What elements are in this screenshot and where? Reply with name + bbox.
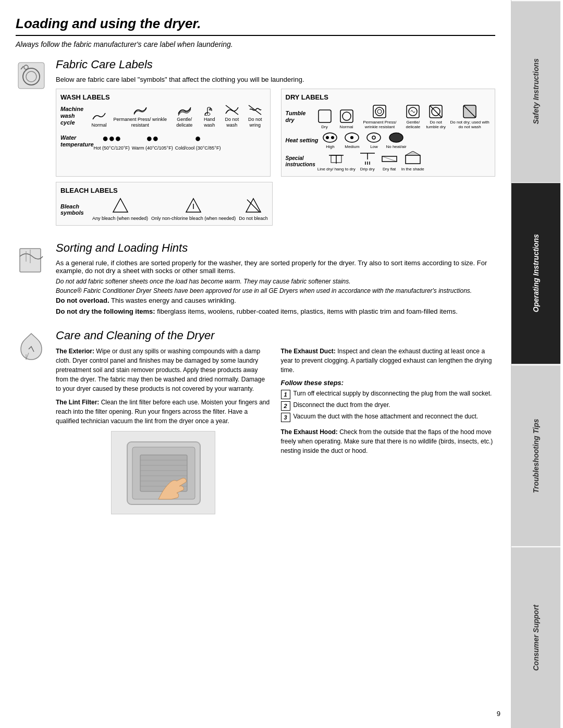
care-exterior: The Exterior: Wipe or dust any spills or…: [56, 347, 271, 393]
tumble-dry-row: Tumble dry Dry Normal: [286, 104, 491, 130]
step-3: 3 Vacuum the duct with the hose attachme…: [281, 413, 496, 422]
heat-none: No heat/air: [386, 132, 406, 150]
fabric-care-body: Fabric Care Labels Below are fabric care…: [56, 58, 495, 231]
svg-rect-39: [406, 155, 420, 164]
sorting-note2: Bounce® Fabric Conditioner Dryer Sheets …: [56, 287, 495, 294]
sorting-section: Sorting and Loading Hints As a general r…: [16, 241, 495, 318]
sidebar-tab-consumer-label: Consumer Support: [532, 604, 540, 671]
wash-normal: Normal: [89, 110, 109, 128]
tumble-dry-label: Tumble dry: [286, 110, 313, 124]
svg-point-10: [342, 112, 351, 120]
sorting-para1: As a general rule, if clothes are sorted…: [56, 259, 495, 275]
svg-marker-41: [113, 199, 128, 212]
wash-cycle-symbols: Normal Permanent Press/ wrinkle resistan…: [89, 104, 266, 128]
svg-point-21: [323, 133, 337, 142]
care-lint: The Lint Filter: Clean the lint filter b…: [56, 398, 271, 426]
care-body: Care and Cleaning of the Dryer The Exter…: [56, 329, 495, 514]
sorting-note4-bold: Do not dry the following items:: [56, 307, 155, 315]
follow-steps: Follow these steps:: [281, 379, 496, 387]
wash-do-not-wring: Do not wring: [244, 104, 266, 128]
tumble-perm-press: Permanent Press/ wrinkle resistant: [359, 104, 401, 130]
temp-cold: ● Cold/cool (30°C/85°F): [175, 132, 221, 151]
sorting-note1: Do not add fabric softener sheets once t…: [56, 278, 495, 285]
wash-labels-title: WASH LABELS: [60, 93, 266, 101]
sidebar-tab-safety-label: Safety Instructions: [532, 59, 540, 125]
temp-hot: ●●● Hot (50°C/120°F): [94, 132, 130, 151]
bleach-any: Any bleach (when needed): [92, 198, 148, 221]
dryer-image: [111, 431, 215, 514]
sidebar-tab-consumer[interactable]: Consumer Support: [511, 546, 560, 728]
wash-do-not: Do not wash: [222, 104, 242, 128]
svg-line-45: [247, 200, 260, 212]
step-1: 1 Turn off electrical supply by disconne…: [281, 390, 496, 399]
step-1-num: 1: [281, 390, 290, 399]
bleach-do-not: Do not bleach: [239, 198, 268, 221]
special-symbols: Line dry/ hang to dry Drip dry Dry flat: [317, 151, 424, 172]
page-title: Loading and using the dryer.: [16, 16, 495, 36]
heat-setting-row: Heat setting High Medium: [286, 132, 491, 150]
fabric-care-section: Fabric Care Labels Below are fabric care…: [16, 58, 495, 231]
care-hood: The Exhaust Hood: Check from the outside…: [281, 427, 496, 455]
bleach-labels-group: BLEACH LABELS Bleachsymbols Any bleach (…: [56, 182, 273, 226]
svg-line-7: [249, 105, 261, 115]
lint-bold: The Lint Filter:: [56, 399, 99, 406]
sorting-note3-rest: This wastes energy and causes wrinkling.: [109, 297, 236, 304]
svg-point-27: [372, 136, 375, 139]
bleach-symbols-label: Bleachsymbols: [60, 203, 89, 216]
dry-labels-group: DRY LABELS Tumble dry Dry Normal: [281, 89, 496, 177]
tumble-dry-symbols: Dry Normal Permanent Press/ wrinkle resi…: [315, 104, 491, 130]
step-3-text: Vacuum the duct with the hose attachment…: [293, 413, 479, 420]
page-number: 9: [497, 710, 500, 718]
sorting-note4: Do not dry the following items: fibergla…: [56, 307, 495, 315]
dry-flat: Dry flat: [380, 151, 399, 172]
drip-dry: Drip dry: [358, 151, 377, 172]
care-icon: [16, 331, 50, 364]
main-content: Loading and using the dryer. Always foll…: [0, 0, 511, 728]
bleach-non-chlorine: Only non-chlorine bleach (when needed): [151, 198, 236, 221]
wash-cycle-row: Machinewashcycle Normal Permanent Press/…: [60, 104, 266, 128]
svg-line-38: [382, 156, 397, 162]
sidebar-tab-troubleshooting-label: Troubleshooting Tips: [532, 418, 540, 493]
sidebar-tab-operating[interactable]: Operating Instructions: [511, 182, 560, 364]
wash-hand: Hand wash: [200, 104, 219, 128]
step-2-text: Disconnect the duct from the dryer.: [293, 401, 390, 409]
tumble-do-not: Do not tumble dry: [425, 104, 447, 130]
svg-rect-8: [319, 110, 331, 122]
sidebar: Safety Instructions Operating Instructio…: [511, 0, 560, 728]
sidebar-tab-safety[interactable]: Safety Instructions: [511, 0, 560, 182]
sorting-note4-rest: fiberglass items, woolens, rubber-coated…: [155, 307, 458, 315]
hood-bold: The Exhaust Hood:: [281, 428, 338, 436]
wash-gentle: Gentle/ delicate: [172, 104, 198, 128]
exhaust-bold: The Exhaust Duct:: [281, 348, 336, 355]
tumble-do-not-wash: Do not dry; used with do not wash: [449, 104, 491, 130]
heat-symbols: High Medium Low: [320, 132, 406, 150]
sorting-title: Sorting and Loading Hints: [56, 241, 495, 255]
svg-point-26: [367, 133, 381, 142]
care-left-col: The Exterior: Wipe or dust any spills or…: [56, 347, 271, 514]
fabric-care-title: Fabric Care Labels: [56, 58, 495, 71]
special-instructions-row: Specialinstructions Line dry/ hang to dr…: [286, 151, 491, 172]
labels-area: WASH LABELS Machinewashcycle Normal Perm…: [56, 89, 495, 177]
fabric-care-icon: [16, 60, 50, 93]
dry-labels-title: DRY LABELS: [286, 93, 491, 101]
sorting-body: Sorting and Loading Hints As a general r…: [56, 241, 495, 318]
step-3-num: 3: [281, 413, 290, 422]
tumble-normal: Normal: [337, 109, 357, 130]
in-the-shade: In the shade: [401, 151, 424, 172]
care-section: Care and Cleaning of the Dryer The Exter…: [16, 329, 495, 514]
step-1-text: Turn off electrical supply by disconnect…: [293, 390, 492, 397]
tumble-gentle: Gentle/ delicate: [403, 104, 423, 130]
wash-temp-row: Watertemperature ●●● Hot (50°C/120°F) ●●…: [60, 132, 266, 151]
heat-low: Low: [364, 132, 384, 150]
heat-medium: Medium: [342, 132, 362, 150]
sorting-note3-bold: Do not overload.: [56, 297, 109, 304]
sorting-note3: Do not overload. This wastes energy and …: [56, 297, 495, 304]
sidebar-tab-troubleshooting[interactable]: Troubleshooting Tips: [511, 364, 560, 546]
temp-warm: ●● Warm (40°C/105°F): [132, 132, 173, 151]
page-subtitle: Always follow the fabric manufacturer's …: [16, 40, 495, 48]
special-label: Specialinstructions: [286, 155, 315, 168]
svg-point-23: [331, 136, 334, 139]
wash-perm-press: Permanent Press/ wrinkle resistant: [111, 104, 169, 128]
fabric-care-intro: Below are fabric care label "symbols" th…: [56, 76, 495, 83]
temp-label: Watertemperature: [60, 134, 94, 148]
